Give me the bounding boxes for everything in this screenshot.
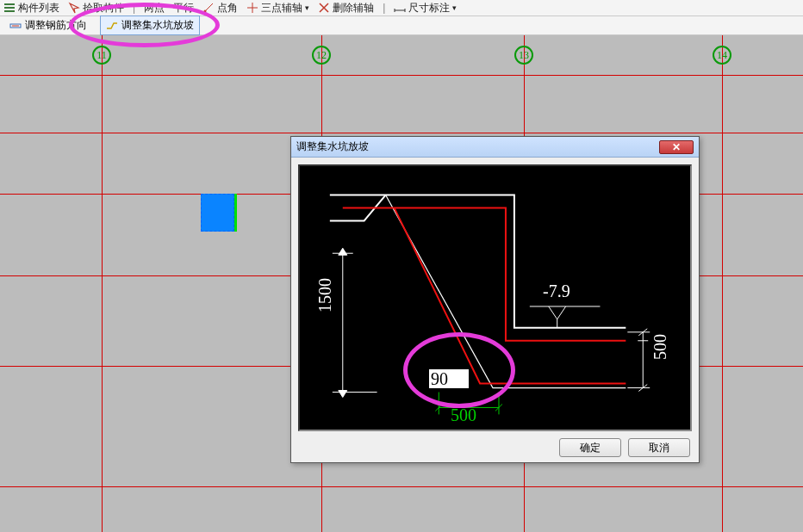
ok-button[interactable]: 确定 [559,438,621,457]
grid-axis-label: 12 [312,46,331,65]
svg-rect-0 [4,3,15,5]
cad-svg [300,166,690,430]
toolbar-item-pick[interactable]: 拾取构件 [68,1,124,15]
toolbar-separator: | [133,2,135,14]
grid-line [0,75,803,76]
toolbar-label: 删除辅轴 [333,1,374,15]
delete-aux-icon [318,2,330,14]
slope-angle-input[interactable] [429,369,469,388]
dimension-label: 1500 [315,278,335,312]
dialog-cad-preview: 1500 500 500 -7.9 [298,164,692,431]
dimension-label: 500 [650,334,670,360]
cancel-button[interactable]: 取消 [628,438,690,457]
aux-axis-icon [246,2,258,14]
grid-line [0,486,803,487]
grid-line [722,35,723,532]
toolbar-separator: | [383,2,385,14]
toolbar-item-parallel[interactable]: 平行 [173,1,194,15]
toolbar-item-dimension[interactable]: 尺寸标注 ▾ [394,1,457,15]
toolbar-label: 点角 [217,1,238,15]
top-toolbar-row2: 调整钢筋方向 调整集水坑放坡 [0,16,803,35]
dialog-button-row: 确定 取消 [291,438,699,464]
dimension-label: 500 [451,405,476,425]
pick-icon [68,2,80,14]
dialog-titlebar[interactable]: 调整集水坑放坡 ✕ [291,137,699,158]
svg-rect-2 [4,10,15,12]
grid-line [0,133,803,133]
grid-axis-label: 13 [514,46,533,65]
sump-slope-icon [106,20,118,32]
toolbar-label: 平行 [173,1,194,15]
adjust-rebar-direction-button[interactable]: 调整钢筋方向 [3,15,93,35]
adjust-sump-slope-button[interactable]: 调整集水坑放坡 [100,15,200,35]
grid-axis-label: 11 [92,46,111,65]
toolbar-item-point-angle[interactable]: 点角 [202,1,238,15]
dialog-close-button[interactable]: ✕ [659,140,694,154]
toolbar-item-component-list[interactable]: 构件列表 [3,1,59,15]
toolbar-label: 尺寸标注 [408,1,450,15]
toolbar-item-delete-aux[interactable]: 删除辅轴 [318,1,374,15]
selection-edge [234,194,237,232]
dropdown-caret-icon: ▾ [305,3,309,12]
close-icon: ✕ [672,141,681,153]
rebar-direction-icon [9,20,22,32]
dimension-icon [394,2,406,14]
adjust-sump-slope-dialog: 调整集水坑放坡 ✕ [290,136,700,463]
selection-marquee [201,194,234,232]
list-icon [3,2,16,14]
button-label: 调整钢筋方向 [25,18,87,33]
toolbar-label: 拾取构件 [83,1,124,15]
grid-line [102,35,103,532]
svg-rect-1 [4,7,15,9]
dialog-title-text: 调整集水坑放坡 [296,139,369,154]
toolbar-label: 两点 [144,1,165,15]
dropdown-caret-icon: ▾ [452,3,457,12]
button-label: 调整集水坑放坡 [121,18,194,33]
top-toolbar-row1: 构件列表 拾取构件 | 两点 平行 点角 三点辅轴 ▾ 删除辅轴 | 尺寸 [0,0,803,16]
toolbar-label: 三点辅轴 [261,1,302,15]
toolbar-item-two-point[interactable]: 两点 [144,1,165,15]
point-angle-icon [202,2,215,14]
toolbar-label: 构件列表 [18,1,59,15]
toolbar-item-three-point-aux[interactable]: 三点辅轴 ▾ [246,1,309,15]
grid-axis-label: 14 [713,46,731,65]
elevation-label: -7.9 [543,281,570,301]
